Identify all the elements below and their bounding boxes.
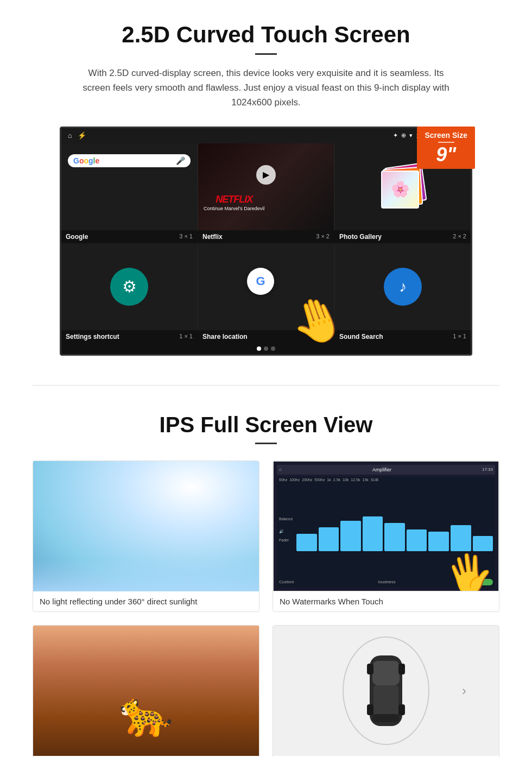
eq-bar-3 bbox=[340, 521, 361, 551]
app-cell-google[interactable]: Google 🎤 bbox=[61, 143, 197, 230]
eq-custom-btn: Custom bbox=[279, 579, 294, 584]
eq-bar-7 bbox=[428, 532, 449, 551]
google-app-size: 3 × 1 bbox=[179, 233, 193, 241]
section-divider bbox=[33, 385, 499, 386]
eq-side-labels: Balance🔊Fader bbox=[279, 517, 295, 542]
settings-label: Settings shortcut 1 × 1 bbox=[61, 330, 197, 343]
settings-app-name: Settings shortcut bbox=[66, 333, 119, 340]
app-cell-netflix[interactable]: ▶ NETFLIX Continue Marvel's Daredevil bbox=[198, 143, 334, 230]
svg-rect-2 bbox=[373, 685, 398, 715]
badge-size: 9" bbox=[425, 145, 467, 165]
section1-title: 2.5D Curved Touch Screen bbox=[33, 22, 499, 48]
netflix-logo-area: NETFLIX Continue Marvel's Daredevil bbox=[204, 194, 264, 211]
car-arrow-icon: › bbox=[462, 683, 466, 698]
app-cell-share[interactable]: G 🤚 bbox=[198, 243, 334, 330]
feature-img-car: › bbox=[273, 626, 499, 756]
google-label: Google 3 × 1 bbox=[61, 230, 197, 243]
eq-bar-1 bbox=[296, 534, 317, 551]
svg-rect-6 bbox=[367, 704, 373, 715]
gallery-label: Photo Gallery 2 × 2 bbox=[335, 230, 471, 243]
eq-bar-6 bbox=[407, 529, 427, 551]
maps-icon: G bbox=[247, 268, 274, 295]
eq-title: Amplifier bbox=[285, 467, 479, 472]
svg-rect-5 bbox=[398, 664, 405, 674]
app-cell-sound[interactable]: ♪ bbox=[335, 243, 471, 330]
sky-bottom bbox=[33, 559, 259, 591]
page: 2.5D Curved Touch Screen With 2.5D curve… bbox=[0, 0, 532, 757]
wifi-icon: ▾ bbox=[409, 132, 413, 139]
flower-icon: 🌸 bbox=[391, 180, 410, 198]
maps-g-icon: G bbox=[256, 274, 265, 288]
feature-img-equalizer: ⌂ Amplifier 17:33 60hz100hz200hz500hz1k2… bbox=[273, 461, 499, 591]
gallery-stack: 🌸 bbox=[381, 165, 425, 209]
netflix-app-name: Netflix bbox=[202, 233, 223, 241]
netflix-logo-text: NETFLIX bbox=[204, 194, 264, 205]
eq-freq-labels: 60hz100hz200hz500hz1k2.5k10k12.5k15kSUB bbox=[277, 477, 495, 483]
cheetah-emoji: 🐆 bbox=[119, 689, 173, 740]
google-search-bar[interactable]: Google 🎤 bbox=[68, 154, 191, 167]
netflix-subtitle: Continue Marvel's Daredevil bbox=[204, 206, 264, 211]
feature-card-car: › Large Viewing Angle bbox=[273, 625, 499, 757]
home-icon[interactable]: ⌂ bbox=[68, 131, 72, 140]
sound-label: Sound Search 1 × 1 bbox=[335, 330, 471, 343]
sound-app-name: Sound Search bbox=[339, 333, 383, 340]
feature-card-equalizer: ⌂ Amplifier 17:33 60hz100hz200hz500hz1k2… bbox=[273, 460, 499, 612]
app-labels-row2: Settings shortcut 1 × 1 Share location 1… bbox=[61, 330, 471, 343]
features-grid: No light reflecting under 360° direct su… bbox=[33, 460, 499, 757]
mic-icon[interactable]: 🎤 bbox=[176, 156, 185, 165]
section1-description: With 2.5D curved-display screen, this de… bbox=[81, 66, 451, 110]
device-wrapper: Screen Size 9" ⌂ ⚡ ✦ ⊕ ▾ 15:06 ◫ bbox=[60, 127, 472, 356]
feature-img-sunlight bbox=[33, 461, 259, 591]
title-underline bbox=[255, 53, 277, 55]
eq-home-icon: ⌂ bbox=[279, 467, 282, 472]
car-view-bg: › bbox=[273, 626, 499, 756]
car-svg bbox=[362, 650, 410, 731]
gallery-img-1: 🌸 bbox=[381, 171, 419, 209]
eq-bar-4 bbox=[363, 516, 383, 551]
eq-time: 17:33 bbox=[482, 467, 493, 472]
netflix-app-size: 3 × 2 bbox=[316, 233, 330, 241]
feature-img-cheetah: 🐆 bbox=[33, 626, 259, 756]
svg-rect-4 bbox=[367, 664, 373, 674]
app-grid-row1: Google 🎤 ▶ NETFLIX Continue Marvel's Dar… bbox=[61, 143, 471, 230]
sound-search-circle: ♪ bbox=[384, 268, 422, 306]
usb-icon: ⚡ bbox=[78, 131, 86, 140]
feature-card-sunlight: No light reflecting under 360° direct su… bbox=[33, 460, 259, 612]
dot-2 bbox=[264, 346, 268, 351]
app-grid-row2: ⚙ G 🤚 bbox=[61, 243, 471, 330]
screen-size-badge: Screen Size 9" bbox=[417, 127, 475, 169]
eq-bars-container bbox=[296, 508, 493, 551]
settings-app-size: 1 × 1 bbox=[179, 333, 193, 340]
badge-label: Screen Size bbox=[425, 131, 467, 140]
scroll-dots bbox=[61, 343, 471, 354]
sunlight-label: No light reflecting under 360° direct su… bbox=[33, 591, 259, 611]
share-icon-wrap: G bbox=[247, 268, 285, 306]
app-labels-row1: Google 3 × 1 Netflix 3 × 2 Photo Gallery… bbox=[61, 230, 471, 243]
gps-icon: ⊕ bbox=[401, 132, 406, 139]
share-app-size: 1 × 1 bbox=[316, 333, 330, 340]
gallery-app-size: 2 × 2 bbox=[453, 233, 466, 241]
settings-circle: ⚙ bbox=[110, 268, 148, 306]
settings-icon-wrap: ⚙ bbox=[68, 250, 191, 324]
eq-header: ⌂ Amplifier 17:33 bbox=[277, 465, 495, 475]
svg-rect-3 bbox=[372, 714, 400, 722]
google-logo: Google bbox=[73, 156, 99, 165]
car-circle bbox=[343, 636, 429, 745]
badge-divider bbox=[438, 142, 454, 143]
section-curved-screen: 2.5D Curved Touch Screen With 2.5D curve… bbox=[0, 0, 532, 374]
netflix-play-button[interactable]: ▶ bbox=[256, 165, 276, 185]
app-cell-settings[interactable]: ⚙ bbox=[61, 243, 197, 330]
google-app-name: Google bbox=[66, 233, 88, 241]
section-ips: IPS Full Screen View No light reflecting… bbox=[0, 396, 532, 757]
dot-1 bbox=[257, 346, 261, 351]
eq-bar-5 bbox=[384, 523, 405, 551]
status-left: ⌂ ⚡ bbox=[68, 131, 86, 140]
hand-touching-icon: 🖐 bbox=[442, 548, 497, 591]
eq-loudness-label: loudness bbox=[378, 579, 396, 584]
netflix-background bbox=[198, 143, 334, 230]
section2-title: IPS Full Screen View bbox=[33, 413, 499, 437]
eq-bar-8 bbox=[451, 525, 471, 551]
dot-3 bbox=[271, 346, 275, 351]
svg-rect-1 bbox=[372, 661, 400, 685]
equalizer-label: No Watermarks When Touch bbox=[273, 591, 499, 611]
